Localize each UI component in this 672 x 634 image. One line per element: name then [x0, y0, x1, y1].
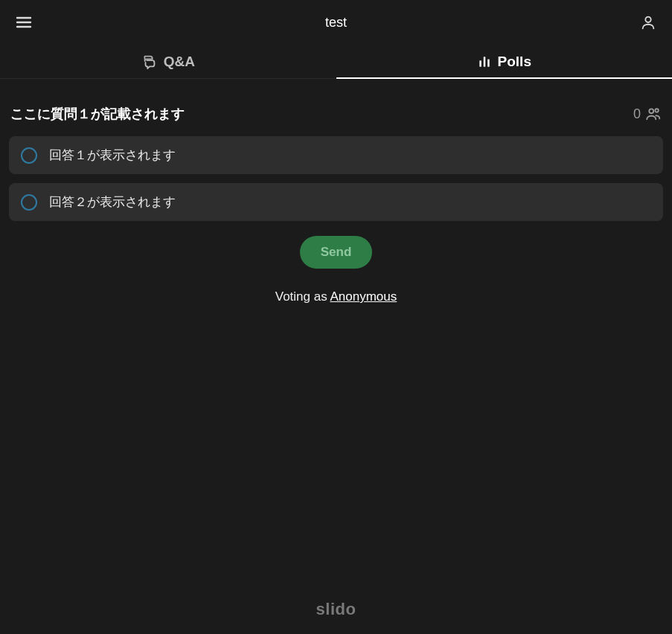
svg-point-7 [649, 109, 653, 113]
vote-count: 0 [633, 106, 662, 122]
poll-content: ここに質問１が記載されます 0 回答１が表示されます 回答２が表示されます Se… [0, 79, 672, 304]
people-icon [645, 106, 662, 122]
voting-as: Voting as Anonymous [9, 289, 663, 304]
chat-icon [141, 54, 158, 70]
profile-button[interactable] [633, 7, 663, 37]
radio-icon [21, 147, 37, 164]
question-row: ここに質問１が記載されます 0 [9, 105, 663, 123]
voting-prefix: Voting as [275, 289, 330, 304]
user-icon [640, 14, 656, 31]
send-wrap: Send [9, 236, 663, 269]
tab-polls[interactable]: Polls [336, 45, 673, 78]
send-button[interactable]: Send [300, 236, 373, 269]
menu-button[interactable] [9, 7, 39, 37]
svg-point-3 [645, 17, 650, 22]
poll-option-label: 回答１が表示されます [49, 147, 176, 164]
voting-name-link[interactable]: Anonymous [330, 289, 397, 304]
tab-bar: Q&A Polls [0, 45, 672, 79]
tab-qa-label: Q&A [164, 54, 195, 70]
poll-option-label: 回答２が表示されます [49, 193, 176, 211]
svg-rect-6 [487, 59, 490, 66]
poll-option[interactable]: 回答２が表示されます [9, 183, 663, 221]
hamburger-icon [15, 13, 33, 31]
app-header: test [0, 0, 672, 45]
page-title: test [39, 15, 633, 31]
svg-point-8 [655, 109, 658, 112]
question-text: ここに質問１が記載されます [10, 105, 185, 123]
vote-count-number: 0 [633, 106, 641, 122]
svg-rect-4 [479, 60, 481, 66]
brand-logo: slido [0, 600, 672, 619]
radio-icon [21, 194, 37, 211]
poll-option[interactable]: 回答１が表示されます [9, 136, 663, 174]
tab-qa[interactable]: Q&A [0, 45, 336, 78]
bar-chart-icon [477, 54, 492, 69]
tab-polls-label: Polls [498, 54, 531, 70]
svg-rect-5 [483, 57, 485, 66]
